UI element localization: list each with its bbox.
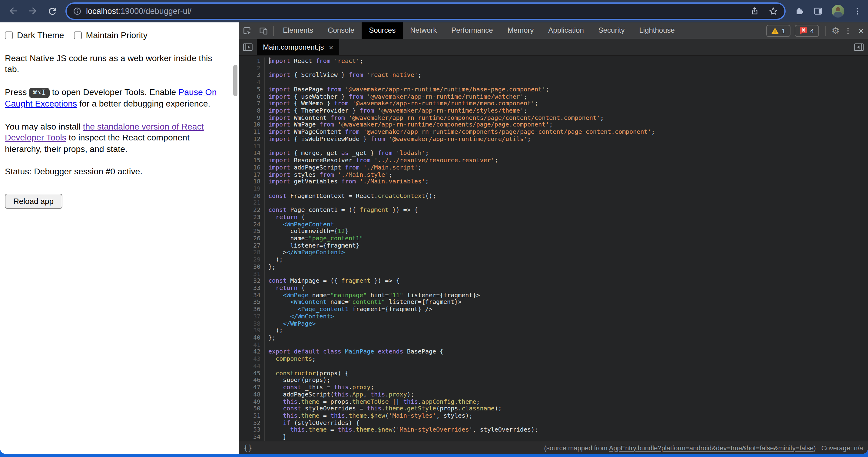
line-number[interactable]: 24 <box>239 221 260 228</box>
line-number[interactable]: 49 <box>239 398 260 405</box>
line-number[interactable]: 32 <box>239 278 260 285</box>
maintain-priority-checkbox[interactable] <box>74 31 82 39</box>
extensions-puzzle-icon[interactable] <box>794 6 804 16</box>
devtools-menu-icon[interactable] <box>844 26 852 35</box>
show-navigator-button[interactable] <box>239 39 257 55</box>
line-number[interactable]: 18 <box>239 178 260 185</box>
dark-theme-checkbox[interactable] <box>5 31 13 39</box>
line-number[interactable]: 3 <box>239 72 260 79</box>
warnings-badge[interactable]: 1 <box>766 25 790 37</box>
line-number[interactable]: 23 <box>239 214 260 221</box>
line-number[interactable]: 12 <box>239 136 260 142</box>
devtools-close-button[interactable]: × <box>858 25 864 36</box>
line-number[interactable]: 4 <box>239 79 260 86</box>
line-number[interactable]: 16 <box>239 164 260 171</box>
side-panel-icon[interactable] <box>813 6 823 16</box>
devtools-settings-button[interactable]: ⚙ <box>832 26 840 35</box>
line-number[interactable]: 8 <box>239 107 260 114</box>
line-number[interactable]: 10 <box>239 121 260 128</box>
tab-console[interactable]: Console <box>320 23 362 39</box>
line-number[interactable]: 13 <box>239 142 260 150</box>
line-number[interactable]: 37 <box>239 313 260 320</box>
line-number[interactable]: 34 <box>239 291 260 298</box>
line-number[interactable]: 44 <box>239 363 260 369</box>
device-toolbar-button[interactable] <box>255 23 271 39</box>
page-scrollbar-thumb[interactable] <box>233 65 238 96</box>
code-line: import { useWatcher } from '@wavemaker/a… <box>268 93 868 100</box>
code-editor[interactable]: 1234567891011121314151617181920212223242… <box>239 56 868 440</box>
tab-performance[interactable]: Performance <box>444 23 500 39</box>
line-number[interactable]: 28 <box>239 249 260 256</box>
line-number[interactable]: 38 <box>239 320 260 327</box>
tab-network[interactable]: Network <box>403 23 444 39</box>
line-number[interactable]: 14 <box>239 150 260 157</box>
reload-app-button[interactable]: Reload app <box>5 193 62 208</box>
show-debugger-sidebar-button[interactable] <box>850 39 868 55</box>
code-line: import styles from './Main.style'; <box>268 171 868 178</box>
code-line: const styleOverrides = this.theme.getSty… <box>268 405 868 412</box>
line-number[interactable]: 29 <box>239 256 260 263</box>
line-number[interactable]: 27 <box>239 242 260 249</box>
line-number[interactable]: 31 <box>239 270 260 277</box>
tab-lighthouse[interactable]: Lighthouse <box>632 23 682 39</box>
browser-menu-icon[interactable] <box>853 6 862 15</box>
tab-elements[interactable]: Elements <box>276 23 320 39</box>
line-number[interactable]: 47 <box>239 384 260 391</box>
line-number[interactable]: 50 <box>239 405 260 412</box>
site-info-icon[interactable] <box>73 6 82 15</box>
line-number[interactable]: 15 <box>239 157 260 164</box>
line-number[interactable]: 51 <box>239 412 260 419</box>
line-number[interactable]: 45 <box>239 369 260 377</box>
line-number[interactable]: 22 <box>239 206 260 214</box>
profile-avatar[interactable] <box>832 4 844 17</box>
line-number[interactable]: 40 <box>239 334 260 341</box>
line-number[interactable]: 20 <box>239 192 260 199</box>
line-number[interactable]: 6 <box>239 93 260 100</box>
tab-application[interactable]: Application <box>541 23 591 39</box>
line-number[interactable]: 53 <box>239 426 260 433</box>
line-number-gutter[interactable]: 1234567891011121314151617181920212223242… <box>239 58 265 440</box>
line-number[interactable]: 35 <box>239 299 260 306</box>
line-number[interactable]: 25 <box>239 228 260 235</box>
url-text[interactable]: localhost:19000/debugger-ui/ <box>86 6 191 15</box>
code-line: <Page_content1 fragment={fragment} /> <box>268 306 868 313</box>
line-number[interactable]: 42 <box>239 348 260 355</box>
address-bar[interactable]: localhost:19000/debugger-ui/ <box>65 2 786 20</box>
file-tab-main-component[interactable]: Main.component.js × <box>257 39 340 55</box>
pretty-print-button[interactable]: {} <box>244 444 252 452</box>
line-number[interactable]: 41 <box>239 341 260 348</box>
share-icon[interactable] <box>750 6 760 16</box>
bookmark-star-icon[interactable] <box>768 6 778 16</box>
line-number[interactable]: 33 <box>239 285 260 291</box>
line-number[interactable]: 1 <box>239 58 260 64</box>
line-number[interactable]: 52 <box>239 419 260 426</box>
tab-security[interactable]: Security <box>591 23 632 39</box>
forward-button[interactable] <box>23 2 42 20</box>
file-tab-close-icon[interactable]: × <box>329 43 333 52</box>
back-button[interactable] <box>4 2 23 20</box>
line-number[interactable]: 26 <box>239 235 260 242</box>
line-number[interactable]: 54 <box>239 433 260 440</box>
reload-button[interactable] <box>42 2 62 20</box>
source-map-link[interactable]: AppEntry.bundle?platform=android&dev=tru… <box>609 444 813 451</box>
inspect-element-button[interactable] <box>239 23 255 39</box>
line-number[interactable]: 9 <box>239 115 260 121</box>
line-number[interactable]: 17 <box>239 171 260 178</box>
line-number[interactable]: 46 <box>239 377 260 384</box>
errors-badge[interactable]: 4 <box>795 25 818 37</box>
line-number[interactable]: 48 <box>239 391 260 398</box>
line-number[interactable]: 19 <box>239 185 260 192</box>
line-number[interactable]: 7 <box>239 100 260 107</box>
line-number[interactable]: 2 <box>239 64 260 71</box>
line-number[interactable]: 21 <box>239 199 260 206</box>
line-number[interactable]: 39 <box>239 327 260 334</box>
line-number[interactable]: 30 <box>239 263 260 270</box>
tab-memory[interactable]: Memory <box>500 23 541 39</box>
line-number[interactable]: 5 <box>239 86 260 93</box>
tab-sources[interactable]: Sources <box>362 23 403 39</box>
line-number[interactable]: 36 <box>239 306 260 313</box>
code-lines[interactable]: import React from 'react'; import { Scro… <box>265 58 868 440</box>
code-line: import WmPage from '@wavemaker/app-rn-ru… <box>268 121 868 128</box>
line-number[interactable]: 11 <box>239 128 260 135</box>
line-number[interactable]: 43 <box>239 355 260 362</box>
